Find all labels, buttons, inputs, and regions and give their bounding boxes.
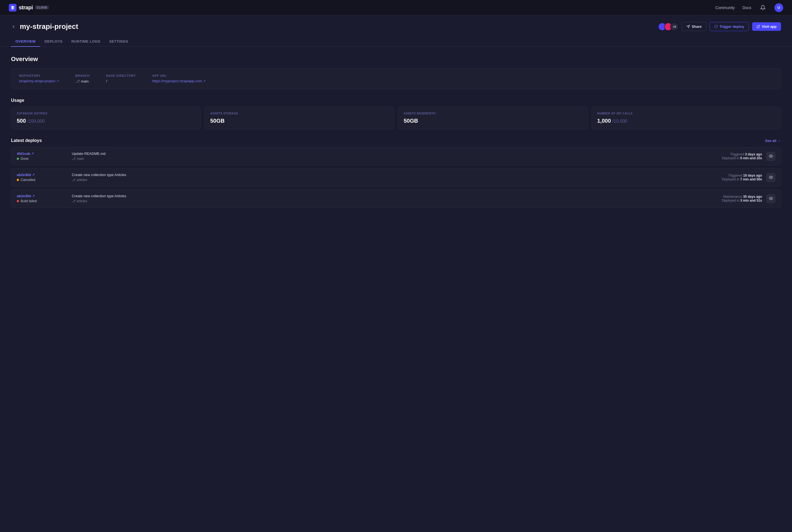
usage-title: Usage xyxy=(11,98,781,103)
api-label: NUMBER OF API CALLS xyxy=(597,112,775,115)
deploy-message-2: Create new collection type Articles xyxy=(72,173,711,177)
deploy-row: ab2e30d ↗ Cancelled Create new collectio… xyxy=(11,168,781,187)
strapi-logo-icon xyxy=(9,4,17,12)
status-dot-cancelled xyxy=(17,179,19,181)
app-url-label: APP URL xyxy=(152,74,206,77)
usage-card-bandwidth: ASSETS BANDWIDTH 50GB xyxy=(398,107,588,129)
branch-field: BRANCH ⎇ main xyxy=(75,74,90,83)
bandwidth-label: ASSETS BANDWIDTH xyxy=(404,112,582,115)
app-url-field: APP URL https://myproject.strapiapp.com … xyxy=(152,74,206,83)
deploy-right-3: Maintenance 35 days ago Deployed in 3 mi… xyxy=(722,194,775,203)
deploy-right-1: Triggered 3 days ago Deployed in 5 min a… xyxy=(722,152,775,160)
deploy-row: 4fd1cab ↗ Done Update README.md ⎇ main T… xyxy=(11,147,781,165)
deploy-time-2: Triggered 18 days ago Deployed in 7 min … xyxy=(722,174,762,181)
repository-field: REPOSITORY strapi/my-strapi-project ↗ xyxy=(19,74,59,83)
deploy-left-2: ab2e30d ↗ Cancelled xyxy=(17,173,61,182)
deploys-title: Latest deploys xyxy=(11,138,42,143)
deploy-hash-3[interactable]: ab2e30d ↗ xyxy=(17,194,61,198)
deploy-mid-3: Create new collection type Articles ⎇ ar… xyxy=(61,194,722,203)
navbar: strapi CLOUD Community Docs U xyxy=(0,0,792,15)
deploy-time-3: Maintenance 35 days ago Deployed in 3 mi… xyxy=(722,195,762,203)
logo-text: strapi xyxy=(19,4,33,11)
deploy-branch-1: ⎇ main xyxy=(72,157,711,160)
deploy-status-1: Done xyxy=(17,157,61,160)
deploys-header: Latest deploys See all → xyxy=(11,138,781,143)
eye-button-3[interactable] xyxy=(767,194,775,203)
branch-icon-1: ⎇ xyxy=(72,157,76,160)
navbar-left: strapi CLOUD xyxy=(9,4,49,12)
branch-label: BRANCH xyxy=(75,74,90,77)
page-header: my-strapi-project +6 Share Trigger deplo… xyxy=(0,15,792,31)
api-value: 1,000 /10,000 xyxy=(597,118,775,124)
deploy-hash-2[interactable]: ab2e30d ↗ xyxy=(17,173,61,177)
user-avatar[interactable]: U xyxy=(774,3,783,12)
svg-point-3 xyxy=(770,156,771,157)
usage-card-db: DATABASE ENTRIES 500 /100,000 xyxy=(11,107,201,129)
header-right: +6 Share Trigger deploy Visit app xyxy=(658,22,781,31)
overview-title: Overview xyxy=(11,56,781,63)
see-all-link[interactable]: See all → xyxy=(765,139,781,143)
tabs: OVERVIEW DEPLOYS RUNTIME LOGS SETTINGS xyxy=(0,37,792,47)
base-dir-field: BASE DIRECTORY / xyxy=(106,74,136,83)
db-label: DATABASE ENTRIES xyxy=(17,112,195,115)
repository-label: REPOSITORY xyxy=(19,74,59,77)
deploy-left-1: 4fd1cab ↗ Done xyxy=(17,152,61,160)
docs-link[interactable]: Docs xyxy=(742,5,751,10)
tab-overview[interactable]: OVERVIEW xyxy=(11,37,40,47)
header-left: my-strapi-project xyxy=(11,22,78,31)
deploy-row: ab2e30d ↗ Build failed Create new collec… xyxy=(11,189,781,208)
usage-card-storage: ASSETS STORAGE 50GB xyxy=(205,107,394,129)
visit-app-button[interactable]: Visit app xyxy=(752,22,781,31)
notifications-icon[interactable] xyxy=(759,4,767,12)
deploy-right-2: Triggered 18 days ago Deployed in 7 min … xyxy=(722,173,775,182)
share-button[interactable]: Share xyxy=(682,22,706,31)
tab-deploys[interactable]: DEPLOYS xyxy=(40,37,67,47)
cloud-badge: CLOUD xyxy=(35,5,49,10)
eye-button-1[interactable] xyxy=(767,152,775,160)
navbar-right: Community Docs U xyxy=(715,3,783,12)
storage-label: ASSETS STORAGE xyxy=(210,112,389,115)
tab-runtime-logs[interactable]: RUNTIME LOGS xyxy=(67,37,105,47)
avatar-plus: +6 xyxy=(670,22,678,31)
project-title: my-strapi-project xyxy=(20,22,78,31)
app-url-value[interactable]: https://myproject.strapiapp.com ↗ xyxy=(152,79,206,83)
app-url-external-icon: ↗ xyxy=(203,79,206,83)
trigger-deploy-button[interactable]: Trigger deploy xyxy=(710,22,749,31)
usage-grid: DATABASE ENTRIES 500 /100,000 ASSETS STO… xyxy=(11,107,781,129)
svg-point-5 xyxy=(770,198,771,199)
info-card: REPOSITORY strapi/my-strapi-project ↗ BR… xyxy=(11,68,781,89)
svg-point-4 xyxy=(770,177,771,178)
repository-value[interactable]: strapi/my-strapi-project ↗ xyxy=(19,79,59,83)
storage-value: 50GB xyxy=(210,118,389,124)
external-link-icon: ↗ xyxy=(56,79,59,83)
base-dir-value: / xyxy=(106,79,136,83)
arrow-right-icon: → xyxy=(777,139,781,143)
deploy-time-1: Triggered 3 days ago Deployed in 5 min a… xyxy=(722,152,762,160)
hash-ext-icon-1: ↗ xyxy=(31,152,34,155)
base-dir-label: BASE DIRECTORY xyxy=(106,74,136,77)
avatars-row: +6 xyxy=(658,22,678,31)
deploy-message-3: Create new collection type Articles xyxy=(72,194,711,198)
deploy-branch-2: ⎇ articles xyxy=(72,178,711,182)
status-dot-failed xyxy=(17,200,19,202)
deploy-left-3: ab2e30d ↗ Build failed xyxy=(17,194,61,203)
hash-ext-icon-3: ↗ xyxy=(32,194,35,198)
tab-settings[interactable]: SETTINGS xyxy=(105,37,133,47)
branch-icon-3: ⎇ xyxy=(72,199,76,203)
bandwidth-value: 50GB xyxy=(404,118,582,124)
svg-line-2 xyxy=(758,25,759,27)
deploy-mid-1: Update README.md ⎇ main xyxy=(61,152,722,160)
deploy-branch-3: ⎇ articles xyxy=(72,199,711,203)
branch-value: ⎇ main xyxy=(75,79,90,83)
branch-icon: ⎇ xyxy=(75,79,80,83)
deploy-status-3: Build failed xyxy=(17,199,61,203)
db-value: 500 /100,000 xyxy=(17,118,195,124)
usage-card-api: NUMBER OF API CALLS 1,000 /10,000 xyxy=(592,107,781,129)
deploy-status-2: Cancelled xyxy=(17,178,61,182)
main-content: Overview REPOSITORY strapi/my-strapi-pro… xyxy=(0,47,792,219)
status-dot-done xyxy=(17,158,19,160)
eye-button-2[interactable] xyxy=(767,173,775,182)
back-button[interactable] xyxy=(11,24,16,29)
community-link[interactable]: Community xyxy=(715,5,735,10)
deploy-hash-1[interactable]: 4fd1cab ↗ xyxy=(17,152,61,156)
